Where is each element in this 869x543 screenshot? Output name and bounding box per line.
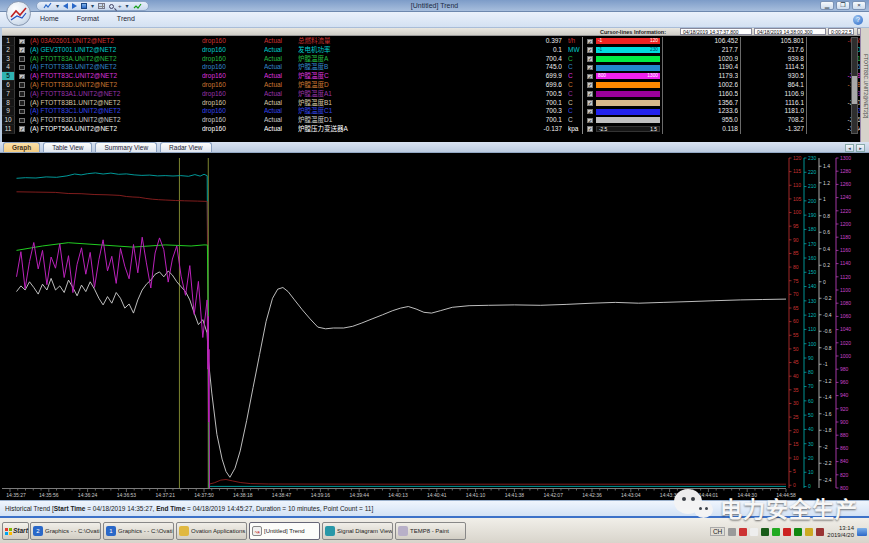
zoom-icon[interactable]	[109, 4, 114, 9]
ribbon-tab-home[interactable]: Home	[40, 15, 59, 22]
row-checkbox[interactable]	[19, 65, 25, 71]
back-arrow-icon[interactable]	[63, 3, 68, 9]
cursor-time-1-field[interactable]: 04/18/2019 14:37:37.800	[680, 28, 752, 35]
axis-tick-label: 1160	[840, 247, 851, 253]
chart-icon[interactable]	[43, 2, 52, 10]
health-icon[interactable]	[794, 528, 802, 536]
table-row[interactable]: 9(A) FTOTT83C1.UNIT2@NET2drop160Actual炉膛…	[2, 107, 869, 116]
tab-table-view[interactable]: Table View	[43, 142, 92, 152]
grid-view-icon[interactable]	[98, 3, 105, 9]
ribbon-tab-format[interactable]: Format	[77, 15, 99, 22]
restore-button[interactable]: ❒	[836, 1, 850, 10]
flag-icon[interactable]	[750, 528, 758, 536]
cursor-panel-checkbox[interactable]: ✓	[587, 91, 593, 97]
ribbon: HomeFormatTrend ?	[0, 12, 869, 28]
show-desktop-icon[interactable]	[857, 528, 867, 536]
cursor-panel-checkbox[interactable]: ✓	[587, 109, 593, 115]
taskbar-button-paint[interactable]: TEMP8 - Paint	[395, 522, 466, 540]
table-row[interactable]: 1✓(A) 03A02601.UNIT2@NET2drop160Actual总燃…	[2, 37, 869, 46]
add-icon[interactable]: +	[118, 2, 122, 10]
tab-summary-view[interactable]: Summary View	[95, 142, 157, 152]
live-trend-icon[interactable]	[133, 2, 142, 10]
scale-min: -1	[598, 38, 602, 44]
divider	[740, 37, 741, 134]
scale-max: 120	[650, 38, 658, 44]
language-indicator[interactable]: CH	[710, 527, 725, 536]
export-dropdown-icon[interactable]: ▾	[91, 2, 94, 10]
divider	[662, 37, 663, 134]
row-checkbox[interactable]	[19, 100, 25, 106]
divider	[582, 37, 583, 134]
system-monitor-icon[interactable]	[783, 528, 791, 536]
chart-dropdown-icon[interactable]: ▾	[56, 2, 59, 10]
table-scrollbar[interactable]	[851, 37, 858, 134]
add-dropdown-icon[interactable]: ▾	[126, 2, 129, 10]
row-checkbox[interactable]	[19, 56, 25, 62]
cursor-panel-checkbox[interactable]: ✓	[587, 39, 593, 45]
printer-icon[interactable]	[728, 528, 736, 536]
axis-tick-label: 190	[808, 212, 817, 218]
cursor-panel-checkbox[interactable]: ✓	[587, 47, 593, 53]
taskbar-button-signal-diagram[interactable]: Signal Diagram Viewe...	[322, 522, 393, 540]
app-logo-button[interactable]	[6, 1, 31, 26]
table-row[interactable]: 10(A) FTOTT83D1.UNIT2@NET2drop160Actual炉…	[2, 116, 869, 125]
row-checkbox[interactable]: ✓	[19, 126, 25, 132]
tab-scroll-left-icon[interactable]: ◂	[845, 144, 854, 152]
forward-arrow-icon[interactable]	[72, 3, 77, 9]
cursor-panel-checkbox[interactable]: ✓	[587, 74, 593, 80]
cursor-time-2-field[interactable]: 04/18/2019 14:38:00.300	[754, 28, 826, 35]
export-icon[interactable]	[81, 3, 87, 9]
table-row[interactable]: 2✓(A) GEV3T001.UNIT2@NET2drop160Actual发电…	[2, 46, 869, 55]
taskbar-button-folder[interactable]: Ovation Applications	[176, 522, 247, 540]
table-row[interactable]: 7(A) FTOTT83A1.UNIT2@NET2drop160Actual炉膛…	[2, 90, 869, 99]
table-row[interactable]: 4(A) FTOTT83B.UNIT2@NET2drop160Actual炉膛温…	[2, 63, 869, 72]
axis-tick-label: 1140	[840, 260, 851, 266]
axis-tick-label: 110	[808, 326, 816, 332]
taskbar-clock[interactable]: 13:14 2019/4/20	[827, 525, 854, 539]
current-value: 700.1	[472, 116, 562, 125]
row-number: 10	[2, 116, 15, 125]
taskbar-button-trend[interactable]: ↝[Untitled] Trend	[249, 522, 320, 540]
cursor-panel-checkbox[interactable]: ✓	[587, 126, 593, 132]
axis-tick-label: 1280	[840, 168, 851, 174]
network-icon[interactable]	[761, 528, 769, 536]
minimize-button[interactable]: ▁	[820, 1, 834, 10]
table-row[interactable]: 3(A) FTOTT83A.UNIT2@NET2drop160Actual炉膛温…	[2, 55, 869, 64]
row-checkbox[interactable]: ✓	[19, 47, 25, 53]
divider	[806, 37, 807, 134]
scrollbar-thumb[interactable]	[852, 76, 857, 104]
table-row[interactable]: 8(A) FTOTT83B1.UNIT2@NET2drop160Actual炉膛…	[2, 99, 869, 108]
table-row[interactable]: 11✓(A) FTOPT56A.UNIT2@NET2drop160Actual炉…	[2, 125, 869, 134]
cursor-panel-checkbox[interactable]: ✓	[587, 56, 593, 62]
close-button[interactable]: ×	[852, 1, 866, 10]
alarm-icon[interactable]	[816, 528, 824, 536]
help-icon[interactable]: ?	[853, 15, 863, 25]
cursor-panel-checkbox[interactable]: ✓	[587, 65, 593, 71]
tab-graph[interactable]: Graph	[3, 142, 40, 152]
row-checkbox[interactable]	[19, 82, 25, 88]
green-status-icon[interactable]	[772, 528, 780, 536]
row-checkbox[interactable]: ✓	[19, 74, 25, 80]
cursor-panel-checkbox[interactable]: ✓	[587, 100, 593, 106]
table-row[interactable]: 5✓(A) FTOTT83C.UNIT2@NET2drop160Actual炉膛…	[2, 72, 869, 81]
trend-chart[interactable]: 0510152025303540455055606570758085909510…	[0, 153, 869, 500]
docked-trend-side-tab[interactable]: FTOTT83C.UNIT2@NET2[2]	[860, 28, 869, 144]
taskbar-button-graphics-window-1[interactable]: 1Graphics - - C:\Ovati...	[103, 522, 174, 540]
start-button[interactable]: Start	[2, 522, 29, 540]
tab-radar-view[interactable]: Radar View	[160, 142, 211, 152]
row-checkbox[interactable]	[19, 109, 25, 115]
table-row[interactable]: 6(A) FTOTT83D.UNIT2@NET2drop160Actual炉膛温…	[2, 81, 869, 90]
row-checkbox[interactable]	[19, 91, 25, 97]
ribbon-tab-trend[interactable]: Trend	[117, 15, 135, 22]
cursor-panel-checkbox[interactable]: ✓	[587, 118, 593, 124]
cursor-span-field[interactable]: 0:00:22.5	[828, 28, 854, 35]
antivirus-icon[interactable]	[739, 528, 747, 536]
tab-scroll-right-icon[interactable]: ▸	[856, 144, 865, 152]
taskbar-button-graphics-window-2[interactable]: 2Graphics - - C:\Ovati...	[30, 522, 101, 540]
cursor1-value: 1002.6	[664, 81, 738, 90]
folder-sync-icon[interactable]	[805, 528, 813, 536]
row-checkbox[interactable]: ✓	[19, 39, 25, 45]
row-checkbox[interactable]	[19, 118, 25, 124]
cursor-panel-checkbox[interactable]: ✓	[587, 82, 593, 88]
tag-name: (A) FTOTT83C.UNIT2@NET2	[30, 72, 195, 81]
